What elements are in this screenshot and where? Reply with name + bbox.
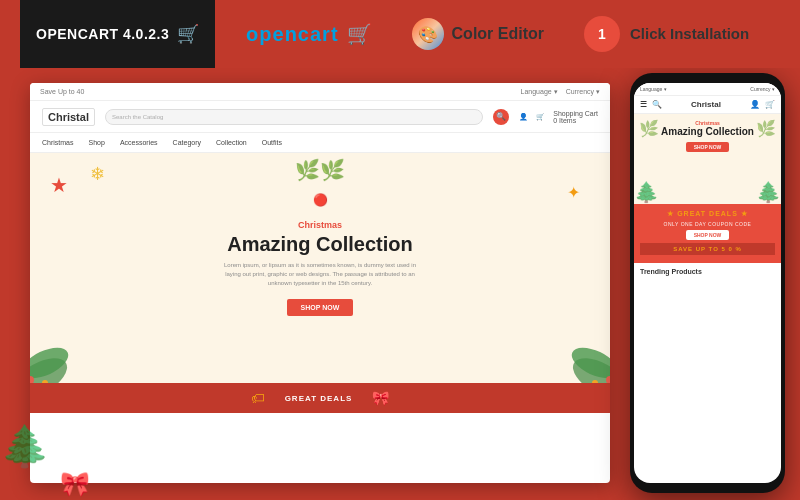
- color-editor-feature: 🎨 Color Editor: [412, 18, 544, 50]
- nav-item-christmas[interactable]: Christmas: [42, 139, 74, 146]
- mob-deals-button[interactable]: SHOP NOW: [686, 230, 730, 240]
- main-area: Save Up to 40 Language ▾ Currency ▾ Chri…: [0, 68, 800, 500]
- mob-trending-title: Trending Products: [640, 268, 775, 275]
- opencart-logo-text: opencart: [246, 23, 338, 46]
- mob-deals: ★ GREAT DEALS ★ ONLY ONE DAY COUPON CODE…: [634, 204, 781, 261]
- one-click-text: Click Installation: [630, 25, 749, 42]
- mob-shop-now-button[interactable]: SHOP NOW: [686, 142, 730, 152]
- star-deco-right: ✦: [567, 183, 580, 202]
- top-bar: OPENCART 4.0.2.3 🛒 opencart 🛒 🎨 Color Ed…: [0, 0, 800, 68]
- mob-pine-right: 🌿: [756, 119, 776, 138]
- mob-menu-icon[interactable]: ☰: [640, 100, 647, 109]
- top-bar-features: opencart 🛒 🎨 Color Editor 1 Click Instal…: [215, 16, 780, 52]
- one-click-number: 1: [598, 26, 606, 42]
- cart-icon-top: 🛒: [177, 23, 199, 45]
- site-menu: Christmas Shop Accessories Category Coll…: [30, 133, 610, 153]
- pine-branch-left: [30, 308, 100, 383]
- mob-trending: Trending Products: [634, 261, 781, 280]
- hero-desc: Lorem ipsum, or lipsum as it is sometime…: [220, 261, 420, 288]
- site-language: Language ▾: [521, 88, 558, 96]
- bg-ribbon-deco: 🎀: [60, 470, 90, 500]
- opencart-logo: opencart 🛒: [246, 22, 371, 46]
- nav-item-shop[interactable]: Shop: [89, 139, 105, 146]
- pine-deco-top: 🌿🌿: [295, 158, 345, 182]
- mob-logo: Christal: [667, 100, 745, 109]
- ball-deco: 🔴: [313, 193, 328, 207]
- hero-subtitle: Christmas: [220, 220, 420, 230]
- one-click-feature: 1 Click Installation: [584, 16, 749, 52]
- mob-pine-bottom-right: 🌲: [756, 180, 781, 204]
- one-click-icon: 1: [584, 16, 620, 52]
- version-badge: OPENCART 4.0.2.3 🛒: [20, 0, 215, 68]
- nav-item-accessories[interactable]: Accessories: [120, 139, 158, 146]
- pine-branch-right: [540, 308, 610, 383]
- mob-topbar: Language ▾ Currency ▾: [634, 83, 781, 96]
- bow-icon-right: 🎀: [372, 390, 389, 406]
- shop-now-button[interactable]: SHOP NOW: [287, 299, 354, 316]
- site-topbar: Save Up to 40 Language ▾ Currency ▾: [30, 83, 610, 101]
- tag-icon-left: 🏷: [251, 390, 265, 406]
- color-editor-label: Color Editor: [452, 25, 544, 43]
- nav-item-collection[interactable]: Collection: [216, 139, 247, 146]
- site-save-text: Save Up to 40: [40, 88, 84, 95]
- mob-pine-bottom-left: 🌲: [634, 180, 659, 204]
- website-preview: Save Up to 40 Language ▾ Currency ▾ Chri…: [30, 83, 610, 483]
- site-bottom: 🏷 GREAT DEALS 🎀: [30, 383, 610, 413]
- cart-icon-blue: 🛒: [347, 22, 372, 46]
- bg-pine-deco: 🌲: [0, 423, 50, 470]
- site-logo: Christal: [42, 108, 95, 126]
- hero-title: Amazing Collection: [220, 233, 420, 255]
- great-deals-text: GREAT DEALS: [285, 394, 353, 403]
- site-hero: ❄ ★ ✦ 🌿🌿 🔴 Christmas Amazing Collect: [30, 153, 610, 383]
- site-search[interactable]: Search the Catalog: [105, 109, 483, 125]
- cart-text: Shopping Cart 0 Items: [553, 110, 598, 124]
- opencart-version-label: OPENCART 4.0.2.3: [36, 26, 169, 42]
- site-icons: 👤 🛒 Shopping Cart 0 Items: [519, 110, 598, 124]
- mob-search-icon[interactable]: 🔍: [652, 100, 662, 109]
- mob-user-icon[interactable]: 👤: [750, 100, 760, 109]
- site-search-placeholder: Search the Catalog: [112, 114, 163, 120]
- site-search-button[interactable]: 🔍: [493, 109, 509, 125]
- color-editor-icon: 🎨: [412, 18, 444, 50]
- mob-hero: 🌿 🌿 🌲 🌲 Christmas Amazing Collection SHO…: [634, 114, 781, 204]
- star-deco-left: ★: [50, 173, 68, 197]
- user-icon: 👤: [519, 113, 528, 121]
- mobile-preview: Language ▾ Currency ▾ ☰ 🔍 Christal 👤 🛒 🌿…: [630, 73, 785, 493]
- nav-item-category[interactable]: Category: [173, 139, 201, 146]
- mob-deals-sub: ONLY ONE DAY COUPON CODE: [640, 221, 775, 227]
- mob-hero-title: Amazing Collection: [640, 126, 775, 138]
- snowflake-deco: ❄: [90, 163, 105, 185]
- mob-currency: Currency ▾: [750, 86, 775, 92]
- nav-item-outfits[interactable]: Outfits: [262, 139, 282, 146]
- hero-content: Christmas Amazing Collection Lorem ipsum…: [220, 220, 420, 316]
- site-nav: Christal Search the Catalog 🔍 👤 🛒 Shoppi…: [30, 101, 610, 133]
- mob-cart-icon[interactable]: 🛒: [765, 100, 775, 109]
- mob-pine-left: 🌿: [639, 119, 659, 138]
- mobile-screen: Language ▾ Currency ▾ ☰ 🔍 Christal 👤 🛒 🌿…: [634, 83, 781, 483]
- cart-icon: 🛒: [536, 113, 545, 121]
- site-currency: Currency ▾: [566, 88, 600, 96]
- mob-nav: ☰ 🔍 Christal 👤 🛒: [634, 96, 781, 114]
- mob-deals-title: ★ GREAT DEALS ★: [640, 210, 775, 218]
- mob-language: Language ▾: [640, 86, 667, 92]
- one-click-label: Click Installation: [630, 25, 749, 43]
- mob-deals-save: SAVE UP TO 5 0 %: [640, 243, 775, 255]
